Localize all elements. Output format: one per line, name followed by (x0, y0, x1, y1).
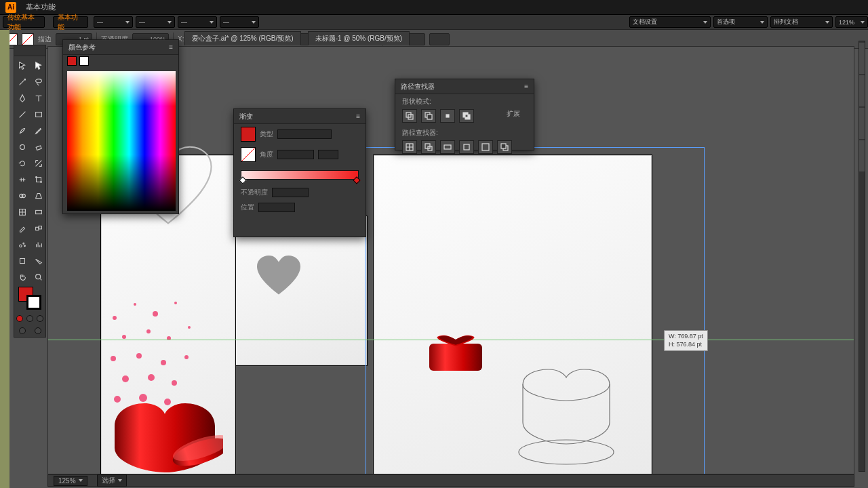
pf-merge[interactable] (440, 140, 455, 154)
menubar: 传统基本功能 基本功能 — — — — 文档设置 首选项 排列文档 121% (0, 15, 868, 30)
screen-modes[interactable] (14, 325, 45, 337)
menu-doc-setup[interactable]: 文档设置 (629, 16, 711, 28)
pf-expand[interactable]: 扩展 (507, 109, 527, 123)
pf-exclude[interactable] (459, 109, 474, 123)
grad-angle-field[interactable] (277, 150, 314, 159)
hand-tool[interactable] (14, 269, 31, 285)
eraser-tool[interactable] (31, 139, 47, 155)
pf-trim[interactable] (421, 140, 436, 154)
right-dock[interactable] (859, 41, 865, 472)
status-tool[interactable]: 选择 (97, 474, 127, 487)
eyedropper-tool[interactable] (14, 220, 31, 237)
draw-modes[interactable] (14, 312, 45, 325)
lbl-stroke: 描边 (38, 35, 52, 44)
type-tool[interactable] (31, 90, 47, 106)
grad-loc-field[interactable] (258, 203, 295, 212)
menu-preset-1[interactable]: — (94, 16, 133, 28)
svg-point-25 (188, 326, 191, 329)
free-transform-tool[interactable] (31, 171, 47, 188)
symbol-spray-tool[interactable] (14, 237, 31, 253)
grad-loc-label: 位置 (241, 203, 254, 212)
blob-tool[interactable] (14, 139, 31, 155)
shape-builder-tool[interactable] (14, 188, 31, 204)
direct-select-tool[interactable] (31, 58, 47, 74)
drag-w: W: 769.87 pt (669, 333, 703, 341)
status-zoom[interactable]: 125% (54, 476, 87, 486)
zoom-tool[interactable] (31, 269, 47, 285)
svg-point-30 (122, 375, 129, 382)
svg-rect-12 (39, 226, 41, 229)
svg-rect-43 (446, 115, 449, 117)
svg-point-28 (161, 360, 166, 365)
color-spectrum[interactable] (67, 71, 176, 211)
gradient-edit-icon[interactable] (241, 147, 256, 162)
svg-point-17 (36, 274, 41, 279)
panel-menu-icon[interactable]: ≡ (356, 113, 360, 120)
panel-menu-icon[interactable]: ≡ (524, 83, 528, 90)
menu-preset-3[interactable]: — (178, 16, 217, 28)
selection-tool[interactable] (14, 58, 31, 74)
drag-wireframe (502, 364, 631, 472)
menu-preset-4[interactable]: — (220, 16, 259, 28)
width-tool[interactable] (14, 171, 31, 188)
graph-tool[interactable] (31, 237, 47, 253)
magic-wand-tool[interactable] (14, 74, 31, 90)
color-swatch-red[interactable] (67, 56, 77, 66)
gradient-panel-title: 渐变 (239, 112, 253, 121)
menu-tab-left[interactable]: 传统基本功能 (3, 16, 45, 28)
misc-field-2[interactable] (429, 33, 450, 45)
svg-point-29 (184, 355, 189, 359)
drag-heart-box[interactable] (429, 334, 482, 371)
menu-zoom[interactable]: 121% (835, 16, 868, 28)
pf-outline[interactable] (478, 140, 493, 154)
panel-menu-icon[interactable]: ≡ (169, 43, 173, 51)
grad-opacity-label: 不透明度 (241, 188, 268, 197)
svg-point-20 (153, 311, 158, 317)
pf-unite[interactable] (402, 109, 417, 123)
svg-point-14 (23, 243, 24, 244)
brush-tool[interactable] (14, 123, 31, 139)
rotate-tool[interactable] (14, 155, 31, 171)
slice-tool[interactable] (31, 253, 47, 269)
grad-aspect-field[interactable] (318, 150, 338, 159)
menu-arrange[interactable]: 排列文档 (770, 16, 833, 28)
blend-tool[interactable] (31, 220, 47, 237)
pf-minus-back[interactable] (497, 140, 512, 154)
pf-minus-front[interactable] (421, 109, 436, 123)
menu-preset-2[interactable]: — (136, 16, 175, 28)
lasso-tool[interactable] (31, 74, 47, 90)
color-panel[interactable]: 颜色参考 ≡ (62, 39, 179, 214)
color-swatch-white[interactable] (79, 56, 89, 66)
pencil-tool[interactable] (31, 123, 47, 139)
menu-pref[interactable]: 首选项 (713, 16, 768, 28)
gradient-tool[interactable] (31, 204, 47, 220)
artboard-tool[interactable] (14, 253, 31, 269)
toolbox (14, 45, 46, 338)
menu-tab-right[interactable]: 基本功能 (53, 16, 88, 28)
mesh-tool[interactable] (14, 204, 31, 220)
doc-tab-1[interactable]: 爱心盒子.ai* @ 125% (RGB/预览) (184, 31, 301, 45)
gradient-panel[interactable]: 渐变 ≡ 类型 角度 不透明度 位置 (233, 108, 366, 237)
rect-tool[interactable] (31, 106, 47, 123)
stroke-swatch[interactable] (22, 33, 34, 45)
perspective-tool[interactable] (31, 188, 47, 204)
svg-point-27 (136, 353, 142, 359)
pf-crop[interactable] (459, 140, 474, 154)
scale-tool[interactable] (31, 155, 47, 171)
pf-divide[interactable] (402, 140, 417, 154)
gradient-slider[interactable] (241, 170, 359, 180)
svg-point-31 (148, 374, 155, 381)
pathfinder-panel[interactable]: 路径查找器 ≡ 形状模式: 扩展 路径查找器: (395, 79, 534, 150)
grad-opacity-field[interactable] (272, 188, 309, 197)
document-tabs: 爱心盒子.ai* @ 125% (RGB/预览) 未标题-1 @ 50% (RG… (184, 31, 410, 45)
doc-tab-2[interactable]: 未标题-1 @ 50% (RGB/预览) (308, 31, 410, 45)
svg-point-21 (174, 302, 177, 304)
svg-point-6 (41, 182, 42, 183)
pen-tool[interactable] (14, 90, 31, 106)
line-tool[interactable] (14, 106, 31, 123)
svg-point-5 (36, 177, 37, 178)
grad-type-field[interactable] (277, 129, 332, 139)
pf-intersect[interactable] (440, 109, 455, 123)
fill-stroke-indicator[interactable] (14, 285, 45, 312)
gradient-thumb[interactable] (241, 127, 256, 142)
